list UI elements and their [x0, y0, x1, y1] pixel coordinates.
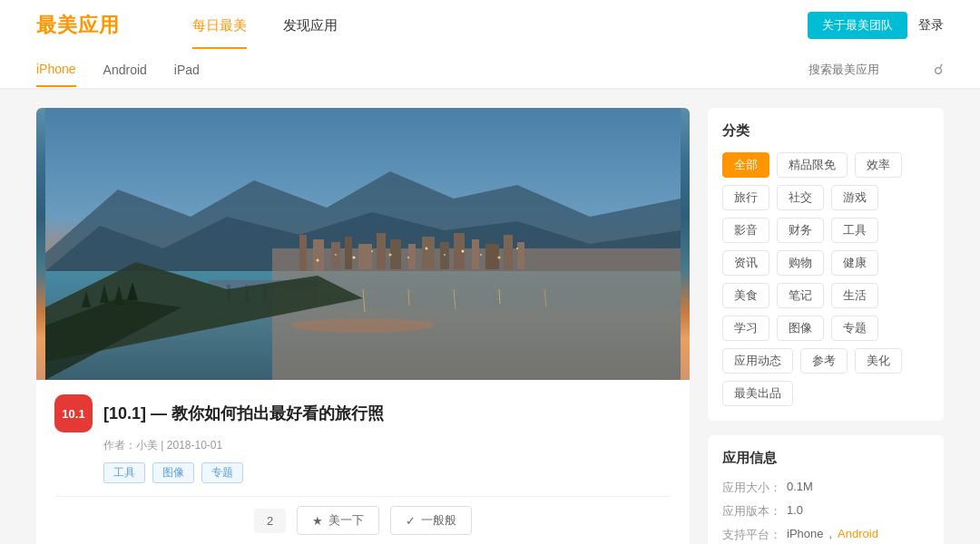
main-nav: 每日最美 发现应用 — [174, 3, 356, 49]
leaf-icon: ✓ — [406, 514, 416, 528]
general-label: 一般般 — [421, 512, 456, 529]
tag-tool[interactable]: 工具 — [103, 462, 145, 483]
platform-separator: , — [828, 527, 832, 543]
article-info: 10.1 [10.1] — 教你如何拍出最好看的旅行照 作者：小美 | 2018… — [36, 380, 690, 544]
cat-efficiency[interactable]: 效率 — [855, 152, 902, 178]
cat-food[interactable]: 美食 — [722, 283, 769, 308]
svg-rect-16 — [472, 239, 479, 269]
platform-android[interactable]: Android — [838, 527, 878, 543]
article-tags: 工具 图像 专题 — [103, 462, 671, 483]
tag-image[interactable]: 图像 — [152, 462, 194, 483]
subnav-android[interactable]: Android — [103, 53, 147, 86]
svg-point-34 — [371, 250, 373, 252]
header-right: 关于最美团队 登录 — [808, 12, 944, 39]
svg-point-33 — [353, 257, 356, 259]
about-team-button[interactable]: 关于最美团队 — [808, 12, 907, 39]
cat-news[interactable]: 资讯 — [722, 250, 769, 276]
mei-label: 美一下 — [328, 512, 364, 529]
sidebar: 分类 全部 精品限免 效率 旅行 社交 游戏 影音 财务 工具 资讯 购物 健康… — [708, 108, 944, 544]
svg-rect-17 — [485, 244, 499, 269]
svg-point-31 — [317, 259, 319, 262]
svg-rect-13 — [422, 237, 435, 269]
cat-media[interactable]: 影音 — [722, 218, 769, 243]
cat-study[interactable]: 学习 — [722, 316, 769, 341]
cat-image[interactable]: 图像 — [777, 316, 824, 341]
article-content: 10.1 [10.1] — 教你如何拍出最好看的旅行照 作者：小美 | 2018… — [36, 108, 690, 544]
article-meta: 作者：小美 | 2018-10-01 — [103, 438, 671, 453]
svg-point-40 — [480, 254, 482, 256]
article-card: 10.1 [10.1] — 教你如何拍出最好看的旅行照 作者：小美 | 2018… — [36, 108, 690, 544]
cat-shopping[interactable]: 购物 — [777, 250, 824, 276]
svg-rect-18 — [504, 235, 513, 269]
svg-point-41 — [498, 257, 501, 259]
article-title-row: 10.1 [10.1] — 教你如何拍出最好看的旅行照 — [54, 394, 671, 432]
logo[interactable]: 最美应用 — [36, 12, 120, 39]
app-info-title: 应用信息 — [722, 450, 929, 467]
star-icon: ★ — [312, 514, 323, 528]
cat-finance[interactable]: 财务 — [777, 218, 824, 243]
svg-rect-12 — [408, 244, 416, 269]
svg-point-32 — [335, 254, 337, 256]
cat-premium[interactable]: 精品限免 — [777, 152, 848, 178]
tag-topic[interactable]: 专题 — [201, 462, 243, 483]
main-layout: 10.1 [10.1] — 教你如何拍出最好看的旅行照 作者：小美 | 2018… — [0, 90, 980, 544]
cat-beautify[interactable]: 美化 — [855, 348, 902, 374]
platform-iphone: iPhone — [787, 527, 823, 543]
cat-tool[interactable]: 工具 — [831, 218, 878, 243]
svg-rect-19 — [517, 242, 524, 269]
svg-rect-11 — [390, 239, 401, 269]
cat-reference[interactable]: 参考 — [800, 348, 848, 374]
cat-all[interactable]: 全部 — [722, 152, 769, 178]
app-version-value: 1.0 — [787, 503, 803, 520]
search-input[interactable] — [808, 63, 926, 76]
mei-button[interactable]: ★ 美一下 — [297, 506, 379, 535]
article-title: [10.1] — 教你如何拍出最好看的旅行照 — [103, 403, 384, 424]
header-top: 最美应用 每日最美 发现应用 关于最美团队 登录 — [0, 0, 980, 51]
cat-travel[interactable]: 旅行 — [722, 185, 769, 210]
app-icon-badge: 10.1 — [54, 394, 93, 432]
article-actions: 2 ★ 美一下 ✓ 一般般 — [54, 496, 671, 544]
cat-life[interactable]: 生活 — [831, 283, 878, 308]
nav-item-daily[interactable]: 每日最美 — [174, 3, 265, 49]
svg-rect-6 — [313, 239, 324, 271]
category-grid: 全部 精品限免 效率 旅行 社交 游戏 影音 财务 工具 资讯 购物 健康 美食… — [722, 152, 929, 406]
subnav-iphone[interactable]: iPhone — [36, 53, 76, 87]
cat-topic[interactable]: 专题 — [831, 316, 878, 341]
login-button[interactable]: 登录 — [918, 17, 944, 34]
app-version-row: 应用版本： 1.0 — [722, 503, 929, 520]
cat-note[interactable]: 笔记 — [777, 283, 824, 308]
svg-rect-8 — [345, 237, 352, 269]
category-title: 分类 — [722, 122, 929, 140]
subnav-ipad[interactable]: iPad — [174, 53, 200, 86]
svg-rect-10 — [377, 233, 386, 269]
svg-rect-5 — [299, 235, 307, 271]
vote-count: 2 — [254, 509, 286, 533]
app-size-row: 应用大小： 0.1M — [722, 480, 929, 496]
category-box: 分类 全部 精品限免 效率 旅行 社交 游戏 影音 财务 工具 资讯 购物 健康… — [708, 108, 944, 421]
svg-point-49 — [290, 318, 436, 333]
platform-row: 支持平台： iPhone , Android — [722, 527, 929, 543]
svg-point-39 — [462, 250, 465, 253]
app-size-value: 0.1M — [787, 480, 813, 496]
app-info-box: 应用信息 应用大小： 0.1M 应用版本： 1.0 支持平台： iPhone ,… — [708, 435, 944, 544]
nav-item-discover[interactable]: 发现应用 — [265, 3, 356, 49]
article-image — [36, 108, 690, 380]
header: 最美应用 每日最美 发现应用 关于最美团队 登录 iPhone Android … — [0, 0, 980, 90]
cat-dynamics[interactable]: 应用动态 — [722, 348, 793, 374]
cat-best[interactable]: 最美出品 — [722, 381, 793, 406]
general-button[interactable]: ✓ 一般般 — [390, 506, 472, 535]
svg-point-42 — [516, 248, 518, 249]
svg-rect-9 — [358, 244, 372, 269]
svg-point-35 — [389, 254, 392, 257]
svg-point-38 — [444, 254, 446, 256]
cat-game[interactable]: 游戏 — [831, 185, 878, 210]
svg-point-36 — [407, 257, 409, 258]
search-icon[interactable]: ☌ — [934, 61, 944, 78]
cat-social[interactable]: 社交 — [777, 185, 824, 210]
sub-nav: iPhone Android iPad ☌ — [0, 51, 980, 89]
app-version-label: 应用版本： — [722, 503, 781, 520]
cat-health[interactable]: 健康 — [831, 250, 878, 276]
svg-point-37 — [426, 248, 428, 250]
app-size-label: 应用大小： — [722, 480, 781, 496]
platform-label: 支持平台： — [722, 527, 781, 543]
